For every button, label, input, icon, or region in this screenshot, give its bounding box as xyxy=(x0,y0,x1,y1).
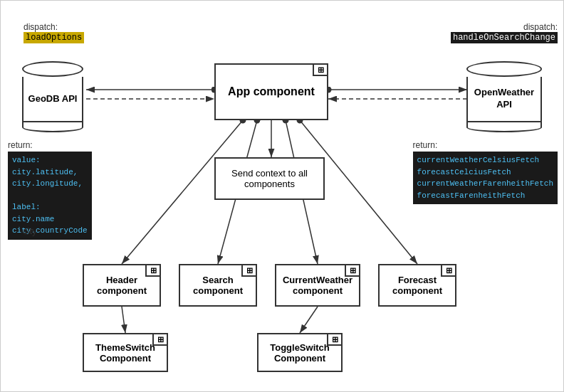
return-right-code: currentWeatherCelsiusFetch forecastCelci… xyxy=(413,152,558,204)
search-label: Search component xyxy=(180,275,256,296)
currentweather-label: CurrentWeathercomponent xyxy=(283,275,352,296)
toggleswitch-label: ToggleSwitchComponent xyxy=(270,342,330,364)
dispatch-left-label: dispatch: loadOptions xyxy=(24,22,84,43)
forecast-plugin-icon xyxy=(441,264,456,277)
svg-line-12 xyxy=(122,307,125,333)
header-component-box: Headercomponent xyxy=(83,264,161,307)
header-label: Headercomponent xyxy=(97,275,147,296)
app-component-box: App component xyxy=(214,63,328,120)
city-label: city xyxy=(23,226,37,236)
themeswitch-component-box: ThemeSwitchComponent xyxy=(83,333,168,372)
dispatch-right-text: dispatch: xyxy=(523,22,558,32)
geodb-cylinder: GeoDB API xyxy=(21,61,85,132)
search-component-box: Search component xyxy=(179,264,257,307)
toggleswitch-component-box: ToggleSwitchComponent xyxy=(257,333,343,372)
return-left-code: value: city.latitude, city.longitude, la… xyxy=(8,152,92,240)
return-left-label: return: xyxy=(8,140,33,150)
toggleswitch-plugin-icon xyxy=(327,333,343,346)
search-plugin-icon xyxy=(241,264,257,277)
geodb-label: GeoDB API xyxy=(22,77,83,122)
app-plugin-icon xyxy=(313,63,328,76)
context-box: Send context to allcomponents xyxy=(214,157,325,200)
themeswitch-label: ThemeSwitchComponent xyxy=(95,342,155,364)
forecast-component-box: Forecastcomponent xyxy=(378,264,456,307)
return-left-block: return: value: city.latitude, city.longi… xyxy=(8,139,92,240)
svg-line-13 xyxy=(300,307,318,333)
context-label: Send context to allcomponents xyxy=(231,168,308,189)
diagram-container: GeoDB API OpenWeatherAPI App component S… xyxy=(0,0,564,392)
openweather-cylinder: OpenWeatherAPI xyxy=(465,61,543,132)
dispatch-right-value: handleOnSearchChange xyxy=(451,32,558,43)
return-right-label: return: xyxy=(413,140,438,150)
currentweather-plugin-icon xyxy=(345,264,360,277)
forecast-label: Forecastcomponent xyxy=(392,275,442,296)
header-plugin-icon xyxy=(145,264,161,277)
dispatch-right-label: dispatch: handleOnSearchChange xyxy=(451,22,558,43)
dispatch-left-value: loadOptions xyxy=(24,32,84,43)
themeswitch-plugin-icon xyxy=(152,333,168,346)
currentweather-component-box: CurrentWeathercomponent xyxy=(275,264,360,307)
openweather-label: OpenWeatherAPI xyxy=(466,77,542,122)
app-component-label: App component xyxy=(228,85,315,98)
return-right-block: return: currentWeatherCelsiusFetch forec… xyxy=(413,139,558,204)
dispatch-left-text: dispatch: xyxy=(24,22,58,32)
